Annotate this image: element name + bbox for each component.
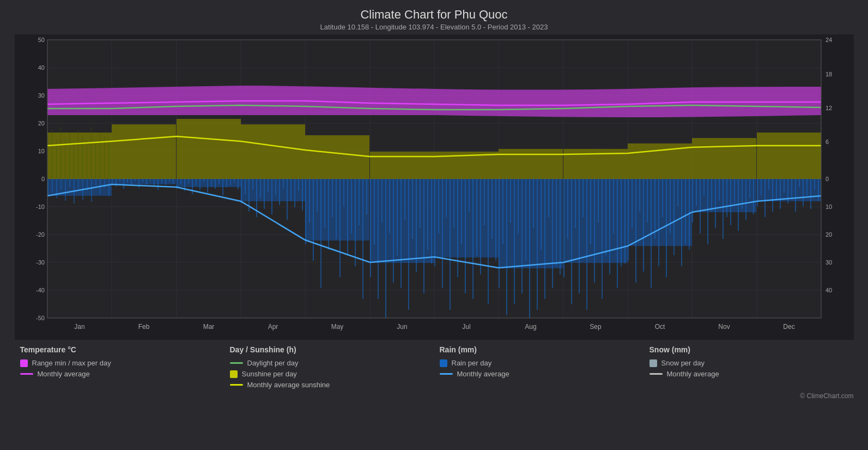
svg-text:Feb: Feb: [138, 323, 149, 331]
svg-rect-149: [544, 179, 545, 299]
svg-rect-193: [711, 179, 712, 212]
svg-text:10: 10: [825, 203, 832, 210]
legend-snow-avg-label: Monthly average: [667, 370, 719, 378]
svg-rect-184: [677, 179, 678, 206]
svg-rect-98: [351, 179, 352, 233]
svg-text:30: 30: [38, 92, 44, 99]
svg-rect-287: [56, 141, 57, 179]
temp-avg-swatch: [20, 373, 33, 375]
svg-rect-197: [726, 179, 727, 217]
svg-rect-124: [450, 179, 451, 310]
svg-rect-228: [135, 179, 136, 181]
svg-rect-203: [749, 179, 750, 198]
svg-rect-136: [495, 179, 496, 261]
svg-rect-266: [279, 179, 280, 205]
legend-rain-avg: Monthly average: [440, 370, 639, 378]
svg-rect-155: [567, 179, 568, 239]
svg-rect-274: [112, 124, 176, 179]
svg-rect-68: [628, 179, 692, 246]
chart-area: ClimeChart.com ClimeChart.com Temperatur…: [15, 34, 854, 340]
svg-rect-168: [617, 179, 618, 288]
svg-rect-133: [484, 179, 485, 225]
svg-rect-226: [127, 179, 128, 183]
snow-avg-swatch: [650, 373, 663, 375]
svg-rect-188: [692, 179, 693, 223]
svg-rect-213: [787, 179, 788, 203]
svg-rect-95: [339, 179, 341, 277]
svg-rect-216: [799, 179, 800, 187]
svg-rect-208: [768, 179, 769, 190]
svg-rect-252: [226, 179, 227, 187]
svg-text:May: May: [331, 323, 343, 331]
svg-rect-210: [776, 179, 777, 201]
svg-rect-283: [692, 138, 756, 179]
svg-rect-129: [469, 179, 470, 212]
svg-text:Apr: Apr: [268, 323, 278, 331]
svg-rect-123: [446, 179, 447, 217]
rain-avg-swatch: [440, 373, 453, 375]
svg-rect-163: [598, 179, 599, 223]
svg-text:30: 30: [825, 259, 832, 266]
svg-rect-72: [52, 179, 53, 193]
svg-rect-237: [169, 179, 170, 182]
svg-rect-62: [241, 179, 305, 201]
svg-rect-222: [112, 179, 113, 183]
svg-rect-142: [518, 179, 519, 233]
svg-rect-106: [381, 179, 383, 223]
svg-rect-172: [632, 179, 633, 228]
svg-rect-147: [537, 179, 538, 310]
svg-rect-190: [700, 179, 701, 233]
svg-text:Mar: Mar: [203, 323, 214, 331]
svg-rect-199: [734, 179, 735, 203]
svg-rect-194: [715, 179, 716, 228]
svg-rect-290: [69, 133, 70, 179]
svg-rect-297: [100, 133, 100, 179]
svg-rect-90: [320, 179, 321, 288]
svg-rect-161: [590, 179, 591, 244]
svg-rect-219: [810, 179, 811, 209]
svg-rect-178: [654, 179, 655, 239]
svg-rect-100: [359, 179, 360, 225]
legend-temp-avg: Monthly average: [20, 370, 219, 378]
svg-rect-143: [521, 179, 523, 293]
svg-text:6: 6: [825, 139, 829, 145]
legend-snow-day-label: Snow per day: [661, 359, 705, 367]
svg-text:-10: -10: [36, 203, 45, 210]
svg-rect-261: [260, 179, 261, 198]
svg-rect-284: [757, 133, 821, 179]
svg-text:20: 20: [38, 120, 44, 127]
svg-rect-221: [818, 179, 819, 201]
legend-rain-avg-label: Monthly average: [457, 370, 509, 378]
svg-rect-139: [506, 179, 507, 315]
legend-temp-title: Temperature °C: [20, 345, 219, 354]
svg-rect-185: [681, 179, 682, 266]
svg-rect-122: [442, 179, 443, 288]
chart-svg: 50 40 30 20 10 0 -10 -20 -30 -40 -50 24 …: [15, 34, 854, 340]
svg-rect-92: [328, 179, 329, 250]
svg-rect-205: [757, 179, 758, 206]
svg-text:Dec: Dec: [783, 323, 794, 331]
svg-rect-253: [230, 179, 231, 185]
legend-sunshine-title: Day / Sunshine (h): [230, 345, 429, 354]
svg-rect-130: [472, 179, 474, 299]
svg-rect-217: [803, 179, 804, 206]
svg-rect-299: [108, 139, 109, 179]
copyright: © ClimeChart.com: [15, 392, 854, 400]
svg-rect-292: [78, 130, 78, 179]
svg-rect-119: [431, 179, 432, 263]
svg-rect-174: [639, 179, 640, 212]
svg-rect-111: [400, 179, 402, 288]
svg-rect-286: [52, 130, 52, 179]
svg-rect-162: [594, 179, 595, 283]
svg-rect-173: [635, 179, 636, 283]
svg-rect-294: [87, 141, 87, 179]
page-wrapper: Climate Chart for Phu Quoc Latitude 10.1…: [0, 0, 868, 450]
svg-text:Jan: Jan: [74, 323, 84, 331]
svg-rect-131: [476, 179, 477, 255]
svg-rect-298: [104, 137, 105, 179]
svg-rect-151: [552, 179, 553, 288]
svg-rect-236: [165, 179, 166, 185]
svg-rect-231: [146, 179, 147, 184]
svg-rect-227: [131, 179, 132, 185]
sunshine-avg-swatch: [230, 384, 243, 386]
